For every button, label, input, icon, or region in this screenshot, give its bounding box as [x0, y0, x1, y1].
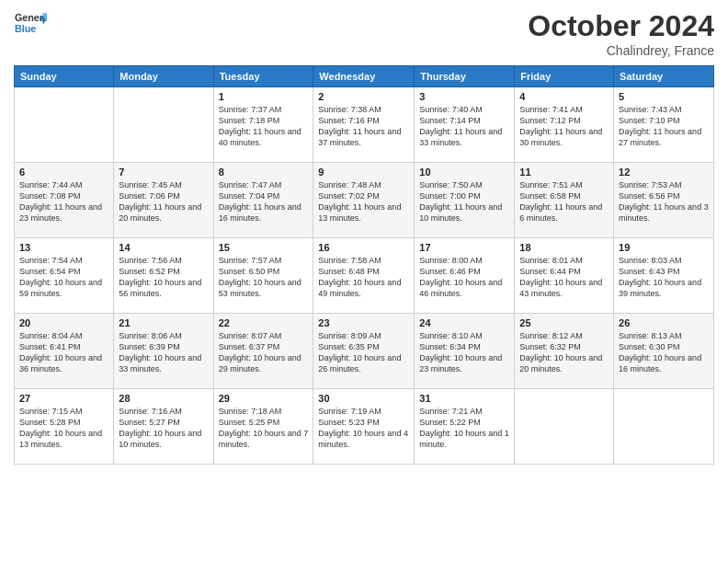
calendar-cell: 13Sunrise: 7:54 AMSunset: 6:54 PMDayligh…	[15, 238, 114, 314]
day-number: 25	[519, 317, 609, 328]
day-number: 27	[19, 393, 108, 404]
day-info: Sunrise: 7:54 AMSunset: 6:54 PMDaylight:…	[19, 255, 108, 300]
day-info: Sunrise: 7:50 AMSunset: 7:00 PMDaylight:…	[419, 179, 509, 224]
day-number: 21	[119, 317, 208, 328]
calendar-cell: 1Sunrise: 7:37 AMSunset: 7:18 PMDaylight…	[213, 87, 313, 163]
day-info: Sunrise: 8:07 AMSunset: 6:37 PMDaylight:…	[219, 330, 309, 375]
calendar-cell: 7Sunrise: 7:45 AMSunset: 7:06 PMDaylight…	[114, 163, 213, 238]
day-info: Sunrise: 7:15 AMSunset: 5:28 PMDaylight:…	[19, 406, 108, 451]
day-number: 30	[318, 393, 409, 404]
day-info: Sunrise: 7:19 AMSunset: 5:23 PMDaylight:…	[318, 406, 409, 451]
day-number: 15	[219, 242, 309, 253]
day-number: 4	[519, 91, 609, 102]
col-header-thursday: Thursday	[415, 66, 515, 87]
calendar-cell: 21Sunrise: 8:06 AMSunset: 6:39 PMDayligh…	[114, 314, 213, 389]
calendar-cell: 23Sunrise: 8:09 AMSunset: 6:35 PMDayligh…	[313, 314, 415, 389]
calendar-cell: 25Sunrise: 8:12 AMSunset: 6:32 PMDayligh…	[515, 314, 614, 389]
col-header-friday: Friday	[515, 66, 614, 87]
day-number: 9	[318, 167, 409, 178]
calendar-cell: 5Sunrise: 7:43 AMSunset: 7:10 PMDaylight…	[614, 87, 714, 163]
day-number: 10	[419, 167, 509, 178]
day-number: 14	[119, 242, 208, 253]
week-row-3: 13Sunrise: 7:54 AMSunset: 6:54 PMDayligh…	[15, 238, 714, 314]
day-number: 28	[119, 393, 208, 404]
col-header-sunday: Sunday	[15, 66, 114, 87]
week-row-5: 27Sunrise: 7:15 AMSunset: 5:28 PMDayligh…	[15, 389, 714, 465]
col-header-wednesday: Wednesday	[313, 66, 415, 87]
calendar-table: SundayMondayTuesdayWednesdayThursdayFrid…	[14, 65, 714, 465]
svg-text:Blue: Blue	[15, 23, 36, 34]
day-info: Sunrise: 8:09 AMSunset: 6:35 PMDaylight:…	[318, 330, 409, 375]
day-info: Sunrise: 7:51 AMSunset: 6:58 PMDaylight:…	[519, 179, 609, 224]
calendar-cell: 6Sunrise: 7:44 AMSunset: 7:08 PMDaylight…	[15, 163, 114, 238]
day-number: 8	[219, 167, 309, 178]
calendar-cell: 17Sunrise: 8:00 AMSunset: 6:46 PMDayligh…	[415, 238, 515, 314]
title-block: October 2024 Chalindrey, France	[528, 9, 714, 58]
calendar-cell: 28Sunrise: 7:16 AMSunset: 5:27 PMDayligh…	[114, 389, 213, 465]
calendar-cell: 30Sunrise: 7:19 AMSunset: 5:23 PMDayligh…	[313, 389, 415, 465]
week-row-4: 20Sunrise: 8:04 AMSunset: 6:41 PMDayligh…	[15, 314, 714, 389]
col-header-tuesday: Tuesday	[213, 66, 313, 87]
day-info: Sunrise: 7:58 AMSunset: 6:48 PMDaylight:…	[318, 255, 409, 300]
header: General Blue October 2024 Chalindrey, Fr…	[14, 9, 714, 58]
col-header-saturday: Saturday	[614, 66, 714, 87]
day-info: Sunrise: 7:57 AMSunset: 6:50 PMDaylight:…	[219, 255, 309, 300]
day-info: Sunrise: 7:38 AMSunset: 7:16 PMDaylight:…	[318, 104, 409, 149]
calendar-cell	[515, 389, 614, 465]
calendar-cell: 16Sunrise: 7:58 AMSunset: 6:48 PMDayligh…	[313, 238, 415, 314]
calendar-cell: 2Sunrise: 7:38 AMSunset: 7:16 PMDaylight…	[313, 87, 415, 163]
day-info: Sunrise: 7:21 AMSunset: 5:22 PMDaylight:…	[419, 406, 509, 451]
day-info: Sunrise: 7:43 AMSunset: 7:10 PMDaylight:…	[619, 104, 709, 149]
calendar-cell: 29Sunrise: 7:18 AMSunset: 5:25 PMDayligh…	[213, 389, 313, 465]
day-info: Sunrise: 8:04 AMSunset: 6:41 PMDaylight:…	[19, 330, 108, 375]
day-number: 24	[419, 317, 509, 328]
calendar-cell	[114, 87, 213, 163]
calendar-cell: 11Sunrise: 7:51 AMSunset: 6:58 PMDayligh…	[515, 163, 614, 238]
month-title: October 2024	[528, 9, 714, 43]
day-number: 26	[619, 317, 709, 328]
day-number: 17	[419, 242, 509, 253]
day-number: 11	[519, 167, 609, 178]
calendar-cell	[614, 389, 714, 465]
day-number: 23	[318, 317, 409, 328]
day-info: Sunrise: 7:45 AMSunset: 7:06 PMDaylight:…	[119, 179, 208, 224]
day-info: Sunrise: 7:47 AMSunset: 7:04 PMDaylight:…	[219, 179, 309, 224]
day-number: 12	[619, 167, 709, 178]
week-row-2: 6Sunrise: 7:44 AMSunset: 7:08 PMDaylight…	[15, 163, 714, 238]
day-number: 2	[318, 91, 409, 102]
calendar-cell: 8Sunrise: 7:47 AMSunset: 7:04 PMDaylight…	[213, 163, 313, 238]
day-info: Sunrise: 7:40 AMSunset: 7:14 PMDaylight:…	[419, 104, 509, 149]
calendar-cell: 3Sunrise: 7:40 AMSunset: 7:14 PMDaylight…	[415, 87, 515, 163]
day-info: Sunrise: 8:00 AMSunset: 6:46 PMDaylight:…	[419, 255, 509, 300]
day-info: Sunrise: 8:01 AMSunset: 6:44 PMDaylight:…	[519, 255, 609, 300]
day-info: Sunrise: 7:56 AMSunset: 6:52 PMDaylight:…	[119, 255, 208, 300]
col-header-monday: Monday	[114, 66, 213, 87]
day-number: 16	[318, 242, 409, 253]
day-number: 22	[219, 317, 309, 328]
calendar-cell: 14Sunrise: 7:56 AMSunset: 6:52 PMDayligh…	[114, 238, 213, 314]
day-info: Sunrise: 8:06 AMSunset: 6:39 PMDaylight:…	[119, 330, 208, 375]
calendar-cell: 24Sunrise: 8:10 AMSunset: 6:34 PMDayligh…	[415, 314, 515, 389]
calendar-cell: 20Sunrise: 8:04 AMSunset: 6:41 PMDayligh…	[15, 314, 114, 389]
day-number: 18	[519, 242, 609, 253]
day-number: 3	[419, 91, 509, 102]
calendar-cell: 31Sunrise: 7:21 AMSunset: 5:22 PMDayligh…	[415, 389, 515, 465]
calendar-cell: 19Sunrise: 8:03 AMSunset: 6:43 PMDayligh…	[614, 238, 714, 314]
day-info: Sunrise: 7:44 AMSunset: 7:08 PMDaylight:…	[19, 179, 108, 224]
day-number: 31	[419, 393, 509, 404]
day-number: 13	[19, 242, 108, 253]
location: Chalindrey, France	[528, 43, 714, 58]
day-info: Sunrise: 7:53 AMSunset: 6:56 PMDaylight:…	[619, 179, 709, 224]
day-info: Sunrise: 7:48 AMSunset: 7:02 PMDaylight:…	[318, 179, 409, 224]
calendar-cell: 15Sunrise: 7:57 AMSunset: 6:50 PMDayligh…	[213, 238, 313, 314]
calendar-cell: 10Sunrise: 7:50 AMSunset: 7:00 PMDayligh…	[415, 163, 515, 238]
day-info: Sunrise: 7:18 AMSunset: 5:25 PMDaylight:…	[219, 406, 309, 451]
day-info: Sunrise: 8:12 AMSunset: 6:32 PMDaylight:…	[519, 330, 609, 375]
day-number: 20	[19, 317, 108, 328]
calendar-cell	[15, 87, 114, 163]
day-number: 5	[619, 91, 709, 102]
day-info: Sunrise: 7:41 AMSunset: 7:12 PMDaylight:…	[519, 104, 609, 149]
page: General Blue October 2024 Chalindrey, Fr…	[0, 0, 728, 563]
calendar-cell: 12Sunrise: 7:53 AMSunset: 6:56 PMDayligh…	[614, 163, 714, 238]
calendar-cell: 18Sunrise: 8:01 AMSunset: 6:44 PMDayligh…	[515, 238, 614, 314]
